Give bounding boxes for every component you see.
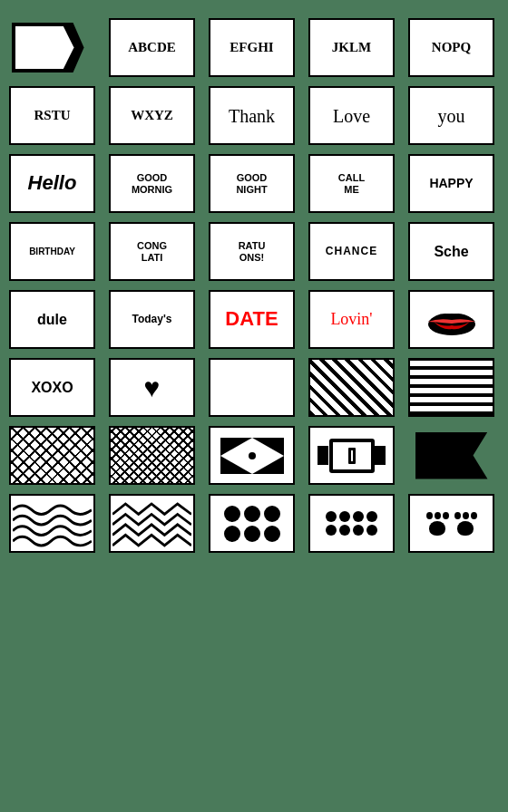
diamond-pattern-2	[111, 428, 193, 483]
sticker-congratulations-2[interactable]: RATUONS!	[209, 222, 295, 281]
sticker-birthday[interactable]: BIRTHDAY	[9, 222, 95, 281]
sticker-call-me[interactable]: CALLME	[308, 154, 395, 213]
bow-tie-shape	[220, 438, 284, 474]
sticker-belt[interactable]	[308, 426, 395, 485]
sticker-abcde[interactable]: ABCDE	[109, 18, 195, 77]
sticker-chance[interactable]: CHANCE	[308, 222, 395, 281]
sticker-horizontal[interactable]	[408, 358, 494, 417]
sticker-flag-notch[interactable]	[408, 426, 494, 485]
sticker-blank[interactable]	[209, 358, 295, 417]
heart-icon: ♥	[144, 372, 161, 403]
sticker-wave[interactable]	[9, 494, 95, 553]
horizontal-pattern	[410, 360, 493, 415]
belt-shape	[318, 435, 386, 476]
paw-prints-shape	[423, 508, 481, 539]
sticker-lips[interactable]	[408, 290, 494, 349]
sticker-sche[interactable]: Sche	[408, 222, 494, 281]
wave-pattern	[13, 496, 92, 551]
sticker-happy[interactable]: HAPPY	[408, 154, 494, 213]
sticker-jklm[interactable]: JKLM	[308, 18, 395, 77]
sticker-lovin[interactable]: Lovin'	[308, 290, 395, 349]
sticker-nopq[interactable]: NOPQ	[408, 18, 494, 77]
sticker-good-night[interactable]: GOODNIGHT	[209, 154, 295, 213]
sticker-good-morning[interactable]: GOODMORNIG	[109, 154, 195, 213]
sticker-todays[interactable]: Today's	[109, 290, 195, 349]
sticker-heart[interactable]: ♥	[109, 358, 195, 417]
sticker-diagonal[interactable]	[308, 358, 395, 417]
sticker-love[interactable]: Love	[308, 86, 395, 145]
large-spots	[220, 502, 284, 546]
sticker-thank[interactable]: Thank	[209, 86, 295, 145]
sticker-wxyz[interactable]: WXYZ	[109, 86, 195, 145]
sticker-grid: ABCDE EFGHI JKLM NOPQ RSTU WXYZ Thank Lo…	[9, 18, 499, 553]
zigzag-pattern	[112, 496, 191, 551]
sticker-paw-prints[interactable]	[408, 494, 494, 553]
sticker-pennant[interactable]	[9, 18, 95, 77]
diamond-pattern-1	[11, 428, 93, 483]
sticker-congratulations-1[interactable]: CONGLATI	[109, 222, 195, 281]
sticker-diamond-1[interactable]	[9, 426, 95, 485]
sticker-you[interactable]: you	[408, 86, 494, 145]
small-spots	[322, 508, 381, 539]
sticker-zigzag[interactable]	[109, 494, 195, 553]
sticker-rstu[interactable]: RSTU	[9, 86, 95, 145]
diagonal-pattern	[310, 360, 393, 415]
flag-notch-shape	[415, 432, 488, 479]
sticker-spots-small[interactable]	[308, 494, 395, 553]
sticker-dule[interactable]: dule	[9, 290, 95, 349]
sticker-date[interactable]: DATE	[209, 290, 295, 349]
sticker-efghi[interactable]: EFGHI	[209, 18, 295, 77]
sticker-bow-tie[interactable]	[209, 426, 295, 485]
lips-icon	[425, 302, 479, 338]
sticker-spots-large[interactable]	[209, 494, 295, 553]
sticker-hello[interactable]: Hello	[9, 154, 95, 213]
sticker-xoxo[interactable]: XOXO	[9, 358, 95, 417]
sticker-diamond-2[interactable]	[109, 426, 195, 485]
